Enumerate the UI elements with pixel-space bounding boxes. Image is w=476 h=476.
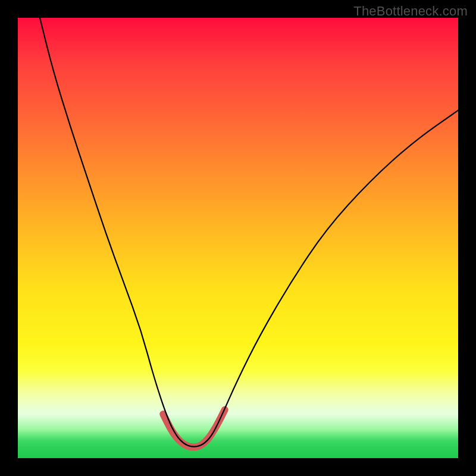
plot-area	[18, 18, 458, 458]
watermark-label: TheBottleneck.com	[353, 4, 468, 19]
curve-main	[40, 18, 458, 447]
chart-svg	[18, 18, 458, 458]
chart-frame: TheBottleneck.com	[0, 0, 476, 476]
